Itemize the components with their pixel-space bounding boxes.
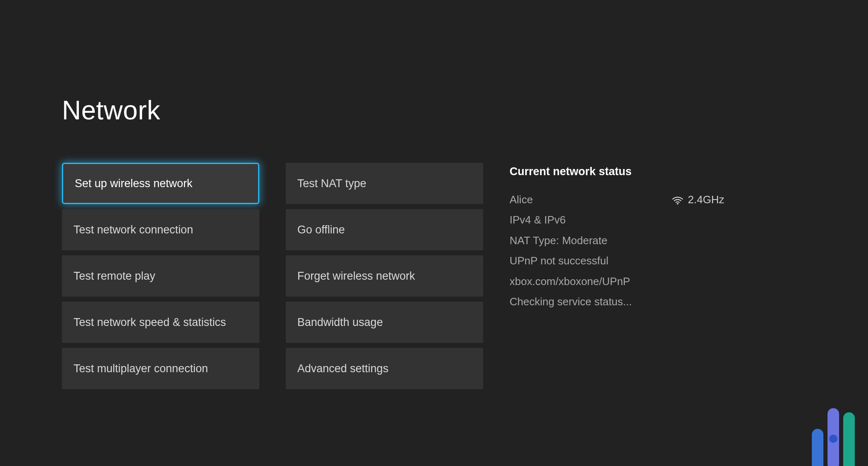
status-line-upnp: UPnP not successful (510, 251, 724, 271)
watermark-logo (812, 396, 857, 466)
content-columns: Set up wireless network Test network con… (62, 163, 868, 389)
status-band-label: 2.4GHz (688, 190, 724, 210)
tile-label: Advanced settings (297, 362, 389, 375)
tile-label: Go offline (297, 223, 345, 236)
tile-label: Set up wireless network (75, 177, 192, 190)
tile-label: Test remote play (74, 270, 155, 283)
status-line-service: Checking service status... (510, 292, 724, 312)
svg-point-0 (677, 203, 678, 204)
tile-label: Test multiplayer connection (74, 362, 208, 375)
tile-label: Forget wireless network (297, 270, 415, 283)
status-line-ip: IPv4 & IPv6 (510, 210, 724, 230)
status-line-nat: NAT Type: Moderate (510, 231, 724, 251)
logo-bar-1 (812, 429, 823, 466)
page-title: Network (62, 95, 868, 126)
tile-label: Bandwidth usage (297, 316, 383, 329)
options-column-left: Set up wireless network Test network con… (62, 163, 259, 389)
status-panel: Current network status Alice 2.4GHz IPv4… (510, 163, 724, 312)
tile-test-remote-play[interactable]: Test remote play (62, 255, 259, 297)
tile-advanced-settings[interactable]: Advanced settings (286, 348, 483, 389)
tile-label: Test network speed & statistics (74, 316, 226, 329)
tile-test-speed-statistics[interactable]: Test network speed & statistics (62, 302, 259, 343)
status-line-upnp-url: xbox.com/xboxone/UPnP (510, 271, 724, 292)
status-heading: Current network status (510, 165, 724, 178)
tile-setup-wireless[interactable]: Set up wireless network (62, 163, 259, 204)
tile-test-network-connection[interactable]: Test network connection (62, 209, 259, 250)
tile-label: Test network connection (74, 223, 193, 236)
tile-test-multiplayer-connection[interactable]: Test multiplayer connection (62, 348, 259, 389)
status-wifi-band: 2.4GHz (671, 190, 724, 210)
tile-forget-wireless-network[interactable]: Forget wireless network (286, 255, 483, 297)
tile-go-offline[interactable]: Go offline (286, 209, 483, 250)
options-column-right: Test NAT type Go offline Forget wireless… (286, 163, 483, 389)
tile-test-nat-type[interactable]: Test NAT type (286, 163, 483, 204)
logo-dot (829, 435, 837, 443)
status-ssid: Alice (510, 190, 533, 210)
logo-bar-3 (843, 412, 855, 466)
wifi-icon (671, 195, 684, 205)
tile-bandwidth-usage[interactable]: Bandwidth usage (286, 302, 483, 343)
tile-label: Test NAT type (297, 177, 366, 190)
